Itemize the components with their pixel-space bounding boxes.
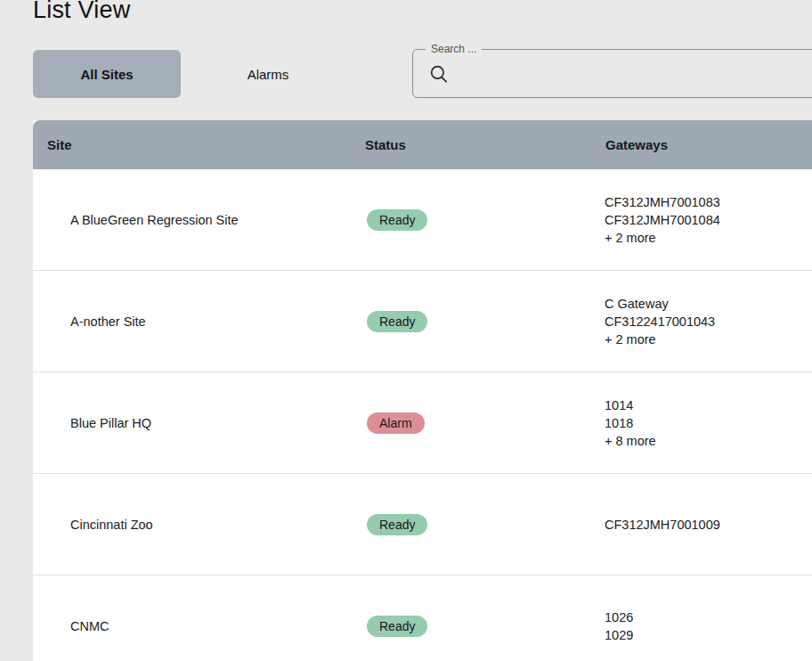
- table-row[interactable]: A-nother Site Ready C GatewayCF312241700…: [33, 271, 812, 372]
- table-row[interactable]: CNMC Ready 10261029: [33, 575, 812, 661]
- gateways-cell: CF312JMH7001009: [605, 516, 812, 534]
- table-row[interactable]: Blue Pillar HQ Alarm 10141018+ 8 more: [33, 372, 812, 474]
- table-row[interactable]: Cincinnati Zoo Ready CF312JMH7001009: [33, 474, 812, 575]
- sites-table: Site Status Gateways A BlueGreen Regress…: [33, 120, 812, 661]
- site-name: Blue Pillar HQ: [33, 416, 365, 430]
- gateway-line: + 2 more: [605, 330, 812, 348]
- status-cell: Ready: [365, 209, 605, 231]
- gateway-line: 1029: [605, 626, 812, 644]
- page-title: List View: [33, 0, 130, 24]
- status-cell: Alarm: [365, 412, 605, 434]
- site-name: Cincinnati Zoo: [33, 518, 365, 532]
- status-badge: Ready: [367, 311, 427, 332]
- gateways-cell: CF312JMH7001083CF312JMH7001084+ 2 more: [605, 193, 812, 247]
- site-name: A-nother Site: [33, 314, 365, 329]
- column-header-status[interactable]: Status: [365, 137, 605, 152]
- column-header-gateways[interactable]: Gateways: [605, 137, 812, 152]
- status-badge: Ready: [367, 616, 427, 637]
- table-body: A BlueGreen Regression Site Ready CF312J…: [33, 169, 812, 661]
- search-field-label: Search ...: [426, 43, 482, 55]
- search-input[interactable]: [458, 50, 812, 97]
- gateway-line: 1014: [605, 396, 812, 414]
- gateway-line: + 8 more: [605, 432, 812, 450]
- status-badge: Ready: [367, 209, 427, 231]
- gateways-cell: C GatewayCF3122417001043+ 2 more: [605, 295, 812, 348]
- status-badge: Alarm: [367, 412, 425, 434]
- gateway-line: 1026: [605, 608, 812, 626]
- table-row[interactable]: A BlueGreen Regression Site Ready CF312J…: [33, 169, 812, 271]
- gateway-line: CF3122417001043: [605, 313, 812, 330]
- gateway-line: CF312JMH7001083: [605, 193, 812, 211]
- gateway-line: CF312JMH7001009: [605, 516, 812, 534]
- magnifier-icon: [427, 62, 451, 86]
- search-field[interactable]: Search ...: [412, 49, 812, 98]
- tab-alarms[interactable]: Alarms: [194, 50, 342, 98]
- gateway-line: C Gateway: [605, 295, 812, 313]
- column-header-site[interactable]: Site: [33, 137, 365, 152]
- tab-all-sites[interactable]: All Sites: [33, 50, 181, 98]
- gateways-cell: 10141018+ 8 more: [605, 396, 812, 450]
- gateway-line: + 2 more: [605, 229, 812, 247]
- list-view-page: List View All Sites Alarms Search ... Si…: [0, 0, 812, 661]
- tab-all-sites-label: All Sites: [80, 67, 133, 82]
- status-cell: Ready: [365, 311, 605, 332]
- site-name: A BlueGreen Regression Site: [33, 213, 365, 227]
- status-cell: Ready: [365, 616, 605, 637]
- gateway-line: CF312JMH7001084: [605, 211, 812, 229]
- status-cell: Ready: [365, 514, 605, 535]
- tab-alarms-label: Alarms: [248, 67, 289, 82]
- site-name: CNMC: [33, 619, 365, 633]
- gateways-cell: 10261029: [605, 608, 812, 644]
- gateway-line: 1018: [605, 414, 812, 432]
- table-header-row: Site Status Gateways: [33, 120, 812, 169]
- status-badge: Ready: [367, 514, 427, 535]
